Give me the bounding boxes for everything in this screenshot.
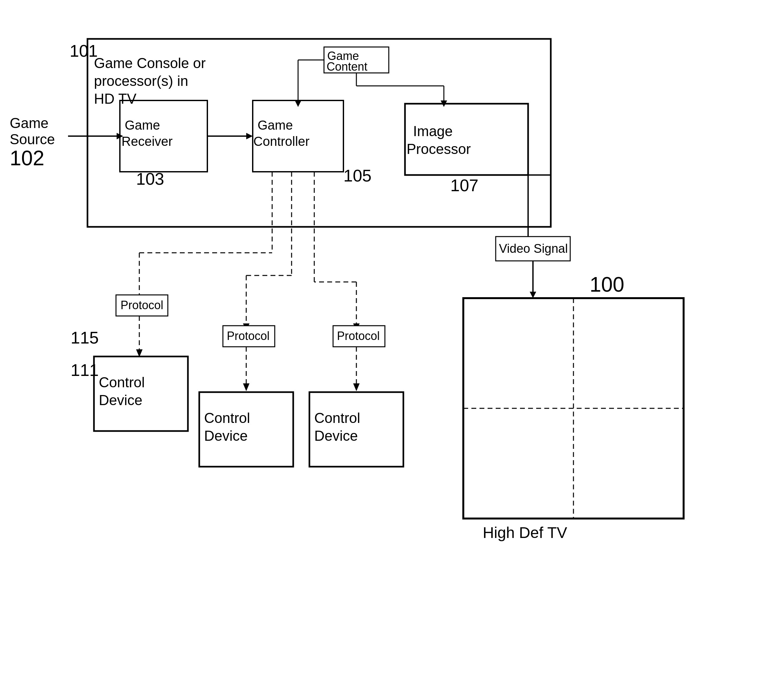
label-100: 100 xyxy=(590,273,624,296)
video-signal-label: Video Signal xyxy=(499,242,568,255)
control-device-label-3a: Control xyxy=(314,410,360,426)
game-console-label: Game Console or xyxy=(94,55,206,71)
svg-marker-3 xyxy=(246,133,253,139)
control-device-label-2a: Control xyxy=(204,410,250,426)
diagram-container: 101 Game Console or processor(s) in HD T… xyxy=(0,0,774,700)
game-receiver-label2: Receiver xyxy=(121,134,173,149)
svg-marker-35 xyxy=(353,383,360,391)
game-content-label2: Content xyxy=(327,60,367,73)
protocol-label-1: Protocol xyxy=(121,298,163,312)
game-controller-label: Game xyxy=(258,118,293,132)
image-processor-label2: Processor xyxy=(407,141,471,157)
label-101: 101 xyxy=(69,41,98,60)
game-console-label3: HD TV xyxy=(94,91,137,107)
game-receiver-label: Game xyxy=(125,118,160,132)
svg-marker-33 xyxy=(243,383,250,391)
label-103: 103 xyxy=(136,169,164,188)
control-device-label-1b: Device xyxy=(99,392,142,408)
protocol-label-2: Protocol xyxy=(227,329,270,343)
game-controller-label2: Controller xyxy=(253,134,309,149)
game-source-label2: Source xyxy=(10,131,55,147)
protocol-label-3: Protocol xyxy=(337,329,380,343)
control-device-label-2b: Device xyxy=(204,428,248,443)
game-source-label: Game xyxy=(10,115,49,131)
image-processor-label: Image xyxy=(413,123,453,139)
label-107: 107 xyxy=(450,176,478,195)
game-console-label2: processor(s) in xyxy=(94,73,188,89)
control-device-label-1a: Control xyxy=(99,374,145,390)
svg-marker-10 xyxy=(295,101,301,107)
high-def-tv-label: High Def TV xyxy=(483,524,567,541)
label-111: 111 xyxy=(71,361,99,379)
control-device-label-3b: Device xyxy=(314,428,358,443)
label-115: 115 xyxy=(71,328,99,347)
label-102: 102 xyxy=(10,146,45,170)
image-processor-box xyxy=(405,104,528,175)
label-105: 105 xyxy=(343,166,372,185)
